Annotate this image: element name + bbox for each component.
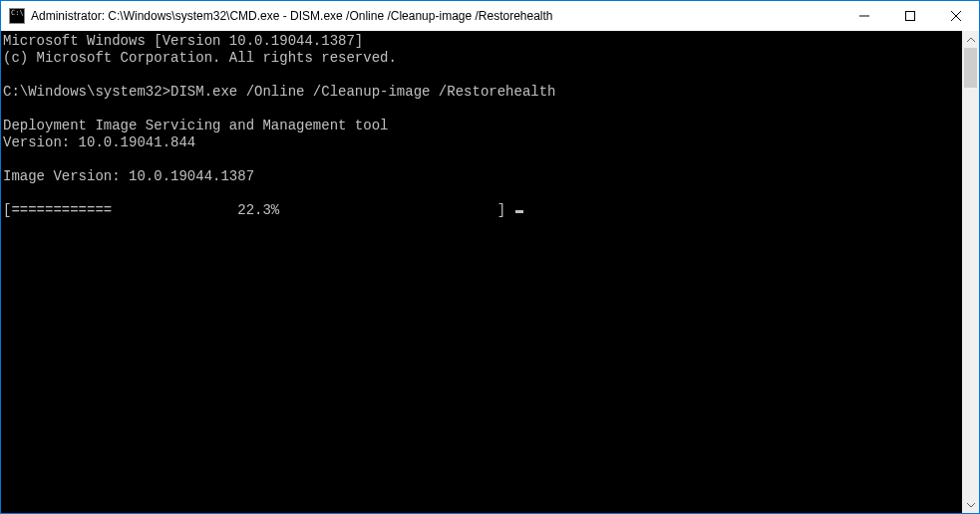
- titlebar[interactable]: Administrator: C:\Windows\system32\CMD.e…: [1, 1, 979, 31]
- minimize-button[interactable]: [841, 1, 887, 31]
- minimize-icon: [859, 11, 869, 21]
- window-controls: [841, 1, 979, 31]
- svg-rect-1: [906, 12, 915, 21]
- scroll-up-button[interactable]: [962, 31, 979, 48]
- output-line: Version: 10.0.19041.844: [3, 134, 195, 150]
- close-icon: [951, 11, 961, 21]
- console-output[interactable]: Microsoft Windows [Version 10.0.19044.13…: [1, 31, 962, 513]
- command-prompt-window: Administrator: C:\Windows\system32\CMD.e…: [0, 0, 980, 514]
- maximize-icon: [905, 11, 915, 21]
- scroll-down-button[interactable]: [962, 496, 979, 513]
- output-line: (c) Microsoft Corporation. All rights re…: [3, 50, 397, 66]
- chevron-down-icon: [967, 501, 975, 509]
- console-area: Microsoft Windows [Version 10.0.19044.13…: [1, 31, 979, 513]
- output-line: Microsoft Windows [Version 10.0.19044.13…: [3, 33, 363, 49]
- chevron-up-icon: [967, 36, 975, 44]
- vertical-scrollbar[interactable]: [962, 31, 979, 513]
- cmd-icon: [9, 8, 25, 24]
- window-title: Administrator: C:\Windows\system32\CMD.e…: [31, 9, 841, 23]
- output-line: Image Version: 10.0.19044.1387: [3, 168, 254, 184]
- scrollbar-track[interactable]: [962, 48, 979, 496]
- close-button[interactable]: [933, 1, 979, 31]
- scrollbar-thumb[interactable]: [964, 48, 977, 88]
- maximize-button[interactable]: [887, 1, 933, 31]
- output-line: Deployment Image Servicing and Managemen…: [3, 118, 388, 133]
- output-prompt-line: C:\Windows\system32>DISM.exe /Online /Cl…: [3, 84, 556, 100]
- cursor: [515, 210, 523, 213]
- output-progress-line: [============ 22.3% ]: [3, 202, 513, 218]
